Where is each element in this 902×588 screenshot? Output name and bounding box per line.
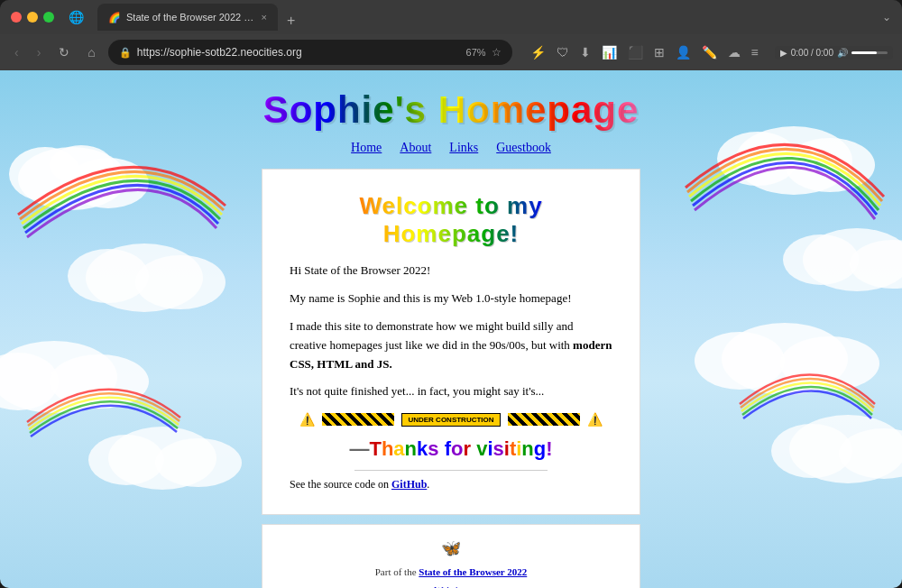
- github-link[interactable]: GitHub: [391, 478, 427, 491]
- refresh-button[interactable]: ↻: [53, 41, 75, 63]
- cloud-icon[interactable]: ☁: [724, 41, 744, 63]
- nav-links[interactable]: Links: [449, 141, 478, 155]
- source-code-text: See the source code on GitHub.: [290, 478, 612, 492]
- extensions-icon[interactable]: ⚡: [527, 41, 549, 63]
- site-navigation: Home About Links Guestbook: [351, 141, 551, 155]
- browser-window: 🌐 🌈 State of the Browser 2022 - Sop... ×…: [0, 0, 902, 588]
- forward-button[interactable]: ›: [32, 41, 47, 63]
- media-time: 0:00 / 0:00: [791, 48, 833, 58]
- site-wrapper: Sophie's Homepage Home About Links Guest…: [0, 70, 902, 588]
- nav-icons: ⚡ 🛡 ⬇ 📊 ⬛ ⊞ 👤 ✏️ ☁ ≡: [527, 41, 762, 63]
- welcome-line1: Welcome to my: [359, 192, 542, 219]
- back-button[interactable]: ‹: [9, 41, 24, 63]
- browser-favicon: 🌐: [69, 10, 83, 24]
- volume-fill: [851, 51, 877, 54]
- close-button[interactable]: [11, 12, 22, 23]
- divider: [354, 470, 548, 471]
- thanks-dash: —: [349, 437, 369, 460]
- page-content: Sophie's Homepage Home About Links Guest…: [0, 70, 902, 588]
- tab-bar: 🌈 State of the Browser 2022 - Sop... × +: [97, 4, 875, 31]
- tab-title: State of the Browser 2022 - Sop...: [126, 12, 256, 23]
- webring-link[interactable]: State of the Browser 2022: [419, 566, 527, 577]
- menu-icon[interactable]: ≡: [748, 41, 762, 63]
- welcome-heading: Welcome to my Homepage!: [290, 192, 612, 248]
- traffic-lights: [11, 12, 54, 23]
- home-button[interactable]: ⌂: [82, 41, 100, 63]
- footer-box: 🦋 Part of the State of the Browser 2022 …: [262, 524, 640, 588]
- main-content-box: Welcome to my Homepage! Hi State of the …: [262, 169, 640, 515]
- container-icon[interactable]: ⬛: [624, 41, 647, 63]
- intro-p3: I made this site to demonstrate how we m…: [290, 317, 612, 373]
- nav-home[interactable]: Home: [351, 141, 382, 155]
- sky-background: Sophie's Homepage Home About Links Guest…: [0, 70, 902, 588]
- lock-icon: 🔒: [119, 47, 132, 59]
- construction-icon-left: ⚠️: [299, 412, 315, 427]
- download-icon[interactable]: ⬇: [576, 41, 594, 63]
- title-bar: 🌐 🌈 State of the Browser 2022 - Sop... ×…: [0, 0, 902, 34]
- zoom-level: 67%: [466, 47, 486, 58]
- browser-tab[interactable]: 🌈 State of the Browser 2022 - Sop... ×: [97, 4, 278, 31]
- stripe-left: [322, 413, 394, 426]
- source-prefix: See the source code on: [290, 478, 391, 491]
- bookmark-icon[interactable]: ☆: [492, 46, 502, 59]
- shield-icon[interactable]: 🛡: [553, 41, 573, 63]
- construction-sign: UNDER CONSTRUCTION: [401, 413, 500, 427]
- footer-text: Part of the State of the Browser 2022 We…: [281, 564, 621, 588]
- intro-p3-prefix: I made this site to demonstrate how we m…: [290, 319, 573, 352]
- webring-label[interactable]: Webring: [434, 584, 468, 588]
- welcome-line2: Homepage!: [383, 220, 520, 247]
- site-title: Sophie's Homepage: [263, 88, 640, 132]
- media-player: ▶ 0:00 / 0:00 🔊: [775, 46, 893, 60]
- intro-p4: It's not quite finished yet... in fact, …: [290, 382, 612, 401]
- construction-icon-right: ⚠️: [587, 412, 603, 427]
- intro-p1: Hi State of the Browser 2022!: [290, 262, 612, 280]
- minimize-button[interactable]: [27, 12, 38, 23]
- thanks-heading: —Thanks for visiting!: [290, 437, 612, 461]
- address-bar[interactable]: 🔒 https://sophie-sotb22.neocities.org 67…: [108, 40, 512, 65]
- url-text: https://sophie-sotb22.neocities.org: [137, 46, 461, 59]
- tab-favicon: 🌈: [108, 12, 121, 23]
- maximize-button[interactable]: [43, 12, 54, 23]
- window-chevron: ⌄: [882, 11, 891, 23]
- source-suffix: .: [427, 478, 429, 491]
- tab-close-button[interactable]: ×: [262, 12, 267, 23]
- nav-bar: ‹ › ↻ ⌂ 🔒 https://sophie-sotb22.neocitie…: [0, 34, 902, 70]
- pen-icon[interactable]: ✏️: [698, 41, 721, 63]
- stripe-right: [508, 413, 580, 426]
- charts-icon[interactable]: 📊: [598, 41, 621, 63]
- play-icon[interactable]: ▶: [780, 48, 787, 58]
- under-construction-banner: ⚠️ UNDER CONSTRUCTION ⚠️: [290, 412, 612, 427]
- new-tab-button[interactable]: +: [281, 11, 300, 31]
- intro-p2: My name is Sophie and this is my Web 1.0…: [290, 289, 612, 308]
- volume-slider[interactable]: [851, 51, 888, 54]
- profile-icon[interactable]: 👤: [672, 41, 695, 63]
- footer-icon: 🦋: [281, 538, 621, 558]
- nav-guestbook[interactable]: Guestbook: [496, 141, 551, 155]
- apps-icon[interactable]: ⊞: [650, 41, 668, 63]
- footer-part-prefix: Part of the: [375, 566, 419, 577]
- volume-icon[interactable]: 🔊: [837, 48, 848, 58]
- nav-about[interactable]: About: [400, 141, 431, 155]
